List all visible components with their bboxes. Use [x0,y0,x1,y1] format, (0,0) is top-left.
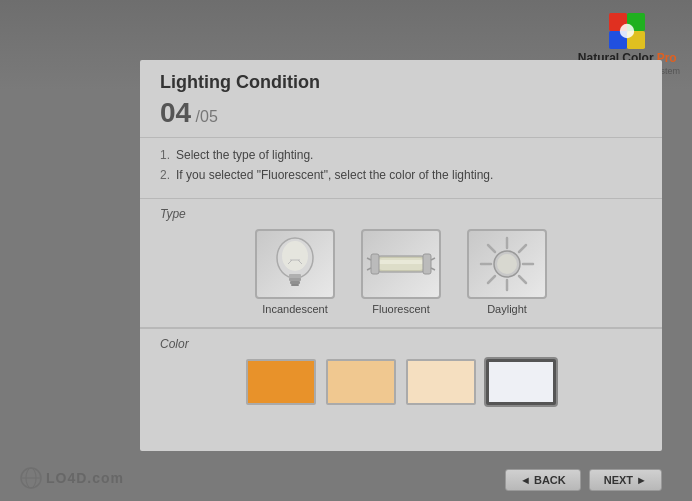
type-section-label: Type [160,207,642,221]
instruction-2-text: If you selected "Fluorescent", select th… [176,168,493,182]
logo-icon [609,13,645,49]
svg-point-4 [620,24,634,38]
next-button[interactable]: NEXT ► [589,469,662,491]
svg-line-26 [431,268,435,270]
svg-rect-22 [423,254,431,274]
svg-point-36 [497,254,517,274]
page-total: /05 [196,108,218,125]
bottom-watermark-globe-icon [20,467,42,489]
instruction-1-text: Select the type of lighting. [176,148,313,162]
bottom-watermark: LO4D.com [20,467,124,489]
swatch-warm-orange[interactable] [246,359,316,405]
back-button[interactable]: ◄ BACK [505,469,581,491]
page-title: Lighting Condition [160,72,642,93]
lighting-type-daylight[interactable]: Daylight [462,229,552,315]
lighting-type-incandescent[interactable]: Incandescent [250,229,340,315]
instruction-1: 1. Select the type of lighting. [160,148,642,162]
bottom-watermark-text: LO4D.com [46,470,124,486]
svg-rect-20 [378,260,424,264]
svg-rect-15 [289,278,301,281]
header-section: Lighting Condition 04 /05 [140,60,662,138]
lighting-type-fluorescent[interactable]: Fluorescent [356,229,446,315]
fluorescent-image [361,229,441,299]
page-number-area: 04 /05 [160,97,642,129]
fluorescent-label: Fluorescent [372,303,429,315]
instruction-1-num: 1. [160,148,170,162]
svg-rect-16 [290,281,300,284]
svg-line-23 [367,258,371,260]
svg-line-33 [519,245,526,252]
tube-svg [366,234,436,294]
sun-svg [477,234,537,294]
swatch-neutral-warm[interactable] [406,359,476,405]
svg-point-10 [282,241,308,271]
svg-rect-17 [291,284,299,286]
instruction-2: 2. If you selected "Fluorescent", select… [160,168,642,182]
svg-line-24 [367,268,371,270]
daylight-image [467,229,547,299]
svg-line-31 [488,245,495,252]
color-section-label: Color [160,337,642,351]
svg-line-32 [519,276,526,283]
bulb-svg [270,234,320,294]
svg-rect-21 [371,254,379,274]
svg-line-34 [488,276,495,283]
incandescent-image [255,229,335,299]
lighting-types-container: Incandescent [160,229,642,315]
color-section: Color [140,329,662,417]
swatch-cool-white[interactable] [486,359,556,405]
svg-line-25 [431,258,435,260]
instructions-area: 1. Select the type of lighting. 2. If yo… [140,138,662,198]
bottom-navigation: ◄ BACK NEXT ► [505,469,662,491]
color-swatches-container [160,359,642,405]
daylight-label: Daylight [487,303,527,315]
instruction-2-num: 2. [160,168,170,182]
main-content: Lighting Condition 04 /05 1. Select the … [140,60,662,451]
page-current: 04 [160,97,191,128]
type-section: Type [140,199,662,328]
swatch-warm-peach[interactable] [326,359,396,405]
incandescent-label: Incandescent [262,303,327,315]
